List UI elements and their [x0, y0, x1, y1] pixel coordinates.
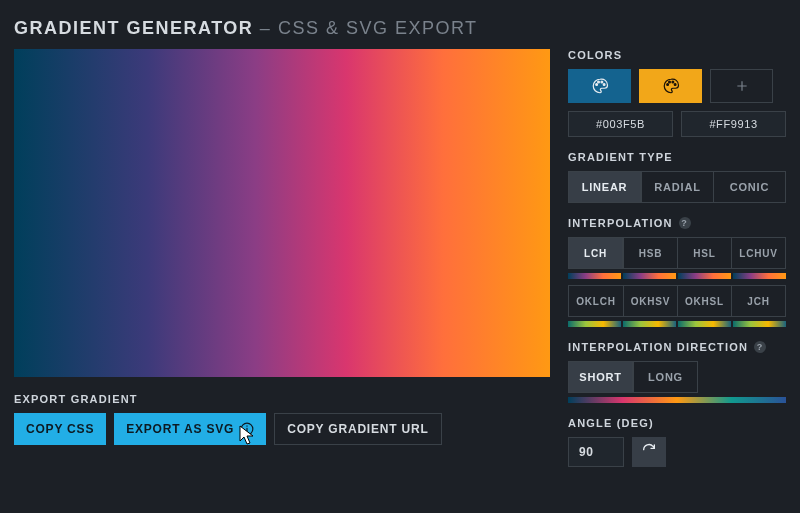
- help-icon[interactable]: ?: [754, 341, 766, 353]
- title-main: GRADIENT GENERATOR: [14, 18, 253, 38]
- interp-previews-row2: [568, 321, 786, 327]
- interpolation-direction-label: INTERPOLATION DIRECTION: [568, 341, 748, 353]
- interp-lch[interactable]: LCH: [569, 238, 623, 268]
- interp-oklch[interactable]: OKLCH: [569, 286, 623, 316]
- export-svg-button[interactable]: EXPORT AS SVG: [114, 413, 266, 445]
- add-color-button[interactable]: [710, 69, 773, 103]
- svg-point-9: [671, 81, 673, 83]
- interp-lchuv[interactable]: LCHUV: [731, 238, 785, 268]
- page-title: GRADIENT GENERATOR – CSS & SVG EXPORT: [0, 0, 800, 49]
- gradient-preview: [14, 49, 550, 377]
- copy-css-label: COPY CSS: [26, 422, 94, 436]
- angle-rotate-button[interactable]: [632, 437, 666, 467]
- title-sep: –: [260, 18, 272, 38]
- palette-icon: [662, 77, 680, 95]
- interp-hsl[interactable]: HSL: [677, 238, 731, 268]
- info-icon: [240, 422, 254, 436]
- export-svg-label: EXPORT AS SVG: [126, 422, 234, 436]
- copy-url-button[interactable]: COPY GRADIENT URL: [274, 413, 441, 445]
- angle-input[interactable]: 90: [568, 437, 624, 467]
- hex-input-2[interactable]: #FF9913: [681, 111, 786, 137]
- gradient-type-label: GRADIENT TYPE: [568, 151, 786, 163]
- svg-point-6: [603, 84, 605, 86]
- gradient-type-toggle: LINEAR RADIAL CONIC: [568, 171, 786, 203]
- palette-icon: [591, 77, 609, 95]
- svg-point-5: [600, 81, 602, 83]
- interp-okhsv[interactable]: OKHSV: [623, 286, 677, 316]
- svg-point-10: [674, 84, 676, 86]
- copy-url-label: COPY GRADIENT URL: [287, 422, 428, 436]
- svg-point-8: [668, 81, 670, 83]
- dir-short[interactable]: SHORT: [569, 362, 633, 392]
- copy-css-button[interactable]: COPY CSS: [14, 413, 106, 445]
- interpolation-label: INTERPOLATION: [568, 217, 673, 229]
- angle-label: ANGLE (DEG): [568, 417, 786, 429]
- interpolation-grid: LCH HSB HSL LCHUV: [568, 237, 786, 269]
- rotate-icon: [641, 443, 657, 462]
- type-conic[interactable]: CONIC: [713, 172, 785, 202]
- title-sub: CSS & SVG EXPORT: [278, 18, 478, 38]
- direction-preview: [568, 397, 786, 403]
- dir-long[interactable]: LONG: [633, 362, 697, 392]
- svg-point-4: [597, 81, 599, 83]
- svg-point-7: [666, 84, 668, 86]
- interp-okhsl[interactable]: OKHSL: [677, 286, 731, 316]
- color-swatch-2[interactable]: [639, 69, 702, 103]
- direction-toggle: SHORT LONG: [568, 361, 698, 393]
- type-radial[interactable]: RADIAL: [641, 172, 713, 202]
- interp-hsb[interactable]: HSB: [623, 238, 677, 268]
- plus-icon: [735, 79, 749, 93]
- interp-previews-row1: [568, 273, 786, 279]
- export-label: EXPORT GRADIENT: [14, 393, 550, 405]
- color-swatch-1[interactable]: [568, 69, 631, 103]
- type-linear[interactable]: LINEAR: [569, 172, 641, 202]
- svg-rect-2: [247, 426, 248, 427]
- colors-label: COLORS: [568, 49, 786, 61]
- svg-rect-1: [247, 428, 248, 432]
- svg-point-3: [595, 84, 597, 86]
- help-icon[interactable]: ?: [679, 217, 691, 229]
- hex-input-1[interactable]: #003F5B: [568, 111, 673, 137]
- interp-jch[interactable]: JCH: [731, 286, 785, 316]
